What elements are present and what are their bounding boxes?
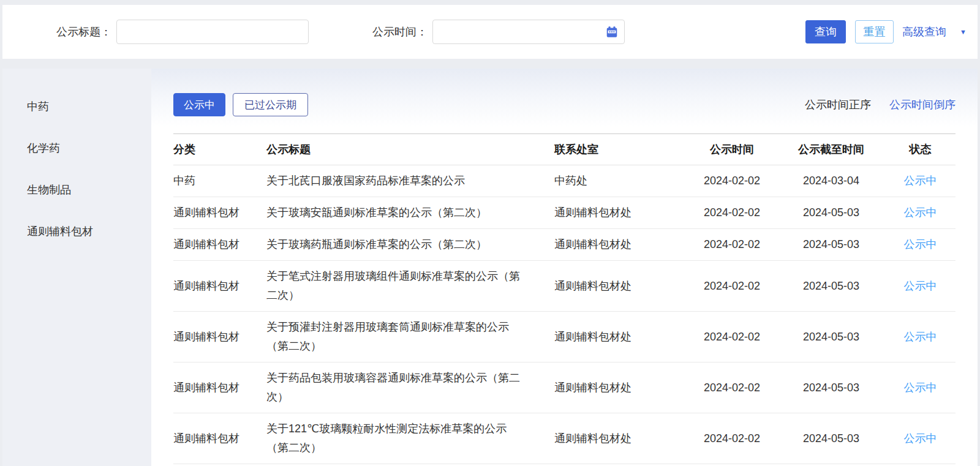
cell-category: 通则辅料包材 bbox=[173, 363, 266, 413]
table-row: 通则辅料包材关于121℃玻璃颗粒耐水性测定法标准草案的公示（第二次）通则辅料包材… bbox=[173, 413, 956, 464]
cell-category: 通则辅料包材 bbox=[173, 261, 266, 312]
cell-status: 公示中 bbox=[885, 363, 956, 413]
cell-department: 通则辅料包材处 bbox=[554, 363, 687, 413]
time-filter: 公示时间： bbox=[309, 20, 625, 44]
header-status: 状态 bbox=[885, 134, 956, 165]
cell-end-date: 2024-05-03 bbox=[777, 312, 885, 363]
cell-category: 通则辅料包材 bbox=[173, 197, 266, 229]
calendar-icon[interactable] bbox=[605, 25, 619, 39]
cell-publish-date: 2024-02-02 bbox=[687, 363, 777, 413]
sort-time-asc[interactable]: 公示时间正序 bbox=[805, 97, 871, 112]
status-link[interactable]: 公示中 bbox=[904, 432, 937, 445]
filter-actions: 查询 重置 高级查询 ▼ bbox=[805, 20, 978, 43]
status-link[interactable]: 公示中 bbox=[904, 206, 937, 219]
advanced-search-link[interactable]: 高级查询 ▼ bbox=[902, 24, 967, 39]
cell-title: 关于121℃玻璃颗粒耐水性测定法标准草案的公示（第二次） bbox=[266, 413, 554, 464]
filter-bar: 公示标题： 公示时间： 查询 重置 高级查询 ▼ bbox=[2, 5, 978, 59]
sidebar-item[interactable]: 化学药 bbox=[2, 127, 151, 169]
table-row: 通则辅料包材关于玻璃药瓶通则标准草案的公示（第二次）通则辅料包材处2024-02… bbox=[173, 229, 956, 261]
header-category: 分类 bbox=[173, 134, 266, 165]
cell-status: 公示中 bbox=[885, 261, 956, 312]
tab-in-notice[interactable]: 公示中 bbox=[173, 93, 225, 116]
status-link[interactable]: 公示中 bbox=[904, 331, 937, 343]
table-header-row: 分类 公示标题 联系处室 公示时间 公示截至时间 状态 bbox=[173, 134, 956, 165]
cell-status: 公示中 bbox=[885, 229, 956, 261]
cell-status: 公示中 bbox=[885, 197, 956, 229]
table-row: 通则辅料包材关于笔式注射器用玻璃组件通则标准草案的公示（第二次）通则辅料包材处2… bbox=[173, 261, 956, 312]
header-title: 公示标题 bbox=[266, 134, 554, 165]
cell-title: 关于笔式注射器用玻璃组件通则标准草案的公示（第二次） bbox=[266, 261, 554, 312]
cell-end-date: 2024-05-03 bbox=[777, 261, 885, 312]
cell-end-date: 2024-05-03 bbox=[777, 229, 885, 261]
sidebar-item[interactable]: 生物制品 bbox=[2, 169, 151, 211]
cell-publish-date: 2024-02-02 bbox=[687, 312, 777, 363]
time-filter-field bbox=[432, 20, 625, 44]
cell-department: 通则辅料包材处 bbox=[554, 413, 687, 464]
table-row: 通则辅料包材关于预灌封注射器用玻璃套筒通则标准草案的公示（第二次）通则辅料包材处… bbox=[173, 312, 956, 363]
table-row: 通则辅料包材关于药品包装用玻璃容器通则标准草案的公示（第二次）通则辅料包材处20… bbox=[173, 363, 956, 413]
cell-category: 中药 bbox=[173, 165, 266, 197]
cell-title: 关于玻璃药瓶通则标准草案的公示（第二次） bbox=[266, 229, 554, 261]
time-filter-label: 公示时间： bbox=[372, 24, 428, 39]
cell-department: 通则辅料包材处 bbox=[554, 229, 687, 261]
header-publish-date: 公示时间 bbox=[687, 134, 777, 165]
category-sidebar: 中药化学药生物制品通则辅料包材 bbox=[2, 69, 151, 466]
cell-title: 关于药品包装用玻璃容器通则标准草案的公示（第二次） bbox=[266, 363, 554, 413]
cell-end-date: 2024-03-04 bbox=[777, 165, 885, 197]
status-link[interactable]: 公示中 bbox=[904, 280, 937, 292]
header-department: 联系处室 bbox=[554, 134, 687, 165]
table-row: 通则辅料包材关于玻璃安瓿通则标准草案的公示（第二次）通则辅料包材处2024-02… bbox=[173, 197, 956, 229]
cell-publish-date: 2024-02-02 bbox=[687, 165, 777, 197]
status-link[interactable]: 公示中 bbox=[904, 238, 937, 250]
main-panel: 中药化学药生物制品通则辅料包材 公示中 已过公示期 公示时间正序 公示时间倒序 … bbox=[2, 69, 978, 466]
cell-publish-date: 2024-02-02 bbox=[687, 413, 777, 464]
cell-title: 关于玻璃安瓿通则标准草案的公示（第二次） bbox=[266, 197, 554, 229]
title-filter-input[interactable] bbox=[116, 20, 309, 44]
cell-department: 通则辅料包材处 bbox=[554, 197, 687, 229]
cell-title: 关于预灌封注射器用玻璃套筒通则标准草案的公示（第二次） bbox=[266, 312, 554, 363]
cell-publish-date: 2024-02-02 bbox=[687, 261, 777, 312]
cell-end-date: 2024-05-03 bbox=[777, 363, 885, 413]
title-filter: 公示标题： bbox=[2, 20, 309, 44]
cell-status: 公示中 bbox=[885, 413, 956, 464]
chevron-down-icon: ▼ bbox=[960, 28, 967, 36]
table-row: 中药关于北芪口服液国家药品标准草案的公示中药处2024-02-022024-03… bbox=[173, 165, 956, 197]
advanced-search-label: 高级查询 bbox=[902, 24, 946, 39]
sort-links: 公示时间正序 公示时间倒序 bbox=[805, 97, 956, 112]
cell-category: 通则辅料包材 bbox=[173, 229, 266, 261]
notice-table: 分类 公示标题 联系处室 公示时间 公示截至时间 状态 中药关于北芪口服液国家药… bbox=[173, 133, 956, 464]
search-button[interactable]: 查询 bbox=[805, 20, 846, 43]
cell-end-date: 2024-05-03 bbox=[777, 413, 885, 464]
cell-publish-date: 2024-02-02 bbox=[687, 229, 777, 261]
tab-expired[interactable]: 已过公示期 bbox=[233, 93, 308, 116]
cell-department: 通则辅料包材处 bbox=[554, 312, 687, 363]
status-link[interactable]: 公示中 bbox=[904, 175, 937, 187]
time-filter-input[interactable] bbox=[432, 20, 625, 44]
cell-department: 中药处 bbox=[554, 165, 687, 197]
status-link[interactable]: 公示中 bbox=[904, 381, 937, 394]
content-area: 公示中 已过公示期 公示时间正序 公示时间倒序 分类 公示标题 联系处室 公示时… bbox=[151, 69, 978, 466]
sort-time-desc[interactable]: 公示时间倒序 bbox=[889, 97, 956, 112]
cell-category: 通则辅料包材 bbox=[173, 312, 266, 363]
cell-status: 公示中 bbox=[885, 312, 956, 363]
cell-end-date: 2024-05-03 bbox=[777, 197, 885, 229]
cell-publish-date: 2024-02-02 bbox=[687, 197, 777, 229]
table-body: 中药关于北芪口服液国家药品标准草案的公示中药处2024-02-022024-03… bbox=[173, 165, 956, 464]
sidebar-item[interactable]: 通则辅料包材 bbox=[2, 211, 151, 252]
sidebar-item[interactable]: 中药 bbox=[2, 86, 151, 127]
title-filter-label: 公示标题： bbox=[56, 24, 111, 39]
cell-title: 关于北芪口服液国家药品标准草案的公示 bbox=[266, 165, 554, 197]
reset-button[interactable]: 重置 bbox=[855, 20, 894, 43]
header-end-date: 公示截至时间 bbox=[777, 134, 885, 165]
cell-category: 通则辅料包材 bbox=[173, 413, 266, 464]
tabs-row: 公示中 已过公示期 公示时间正序 公示时间倒序 bbox=[173, 93, 956, 116]
cell-department: 通则辅料包材处 bbox=[554, 261, 687, 312]
cell-status: 公示中 bbox=[885, 165, 956, 197]
